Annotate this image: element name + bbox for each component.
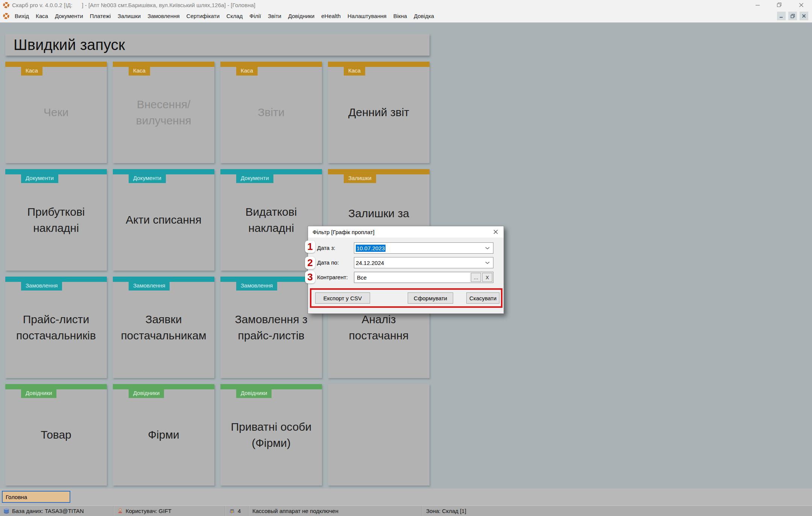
mdi-close-button[interactable] [800,12,808,20]
close-icon [493,229,498,235]
menu-item-dokumenty[interactable]: Документи [52,10,87,22]
tile-cheky[interactable]: Каса Чеки [5,62,107,163]
tile-prybutkovi-nakladni[interactable]: Документи Прибуткові накладні [5,169,107,271]
counterparty-input[interactable]: Все [355,273,470,282]
date-from-label: Дата з: [317,242,335,254]
mdi-restore-button[interactable] [788,12,797,20]
minimize-icon [779,14,783,18]
menu-item-dovidnyky[interactable]: Довідники [285,10,318,22]
quick-launch-header: Швидкий запуск [5,34,430,56]
page-title: Швидкий запуск [14,36,125,53]
tile-label: Денний звіт [328,62,430,163]
menu-item-filii[interactable]: Філії [246,10,264,22]
status-zone-section: Зона: Склад [1] [423,506,812,516]
status-zone-text: Зона: Склад [1] [426,508,466,514]
status-cash-register-text: Кассовый аппарат не подключен [252,508,338,514]
export-csv-button[interactable]: Експорт у CSV [315,292,370,304]
tile-firmy[interactable]: Довідники Фірми [113,384,214,486]
tile-dennyi-zvit[interactable]: Каса Денний звіт [328,62,430,163]
date-from-value: 10.07.2023 [356,245,386,252]
status-device-count-section: 4 [226,506,248,516]
tile-label: Заявки постачальникам [113,277,214,378]
status-cash-register-section: Кассовый аппарат не подключен [249,506,422,516]
close-icon [802,14,806,18]
status-user-section: Користувач: GIFT [114,506,225,516]
menu-bar: Вихід Каса Документи Платежі Залишки Зам… [0,10,812,23]
tile-label: Прибуткові накладні [5,169,107,271]
status-bar: База даних: TASA3@TITAN Користувач: GIFT… [0,505,812,516]
menu-item-nalashtuvannia[interactable]: Налаштування [344,10,390,22]
tile-vydatkovi-nakladni[interactable]: Документи Видаткові накладні [220,169,322,271]
minimize-icon [755,3,760,8]
chevron-down-icon[interactable] [485,247,490,250]
window-title: Скарб pro v. 4.0.0.2 [ІД: ] - [Апт №003 … [12,2,255,8]
menu-item-zalyshky[interactable]: Залишки [114,10,144,22]
window-close-button[interactable] [790,0,812,10]
tile-label: Видаткові накладні [220,169,322,271]
tab-holovna[interactable]: Головна [2,491,70,503]
menu-item-zamovlennia[interactable]: Замовлення [144,10,183,22]
status-user-text: Користувач: GIFT [126,508,172,514]
menu-item-zvity[interactable]: Звіти [264,10,285,22]
close-icon [799,3,804,8]
menu-item-platezhi[interactable]: Платежі [87,10,114,22]
tile-akty-spysannia[interactable]: Документи Акти списання [113,169,214,271]
tile-pryvatni-osoby[interactable]: Довідники Приватні особи (Фірми) [220,384,322,486]
database-icon [3,508,9,514]
menu-item-vikna[interactable]: Вікна [390,10,411,22]
status-database-section: База даних: TASA3@TITAN [0,506,113,516]
cash-device-icon [229,508,235,514]
tile-price-lysty-postachalnykiv[interactable]: Замовлення Прайс-листи постачальників [5,277,107,378]
tile-label: Прайс-листи постачальників [5,277,107,378]
menu-item-sertyfikaty[interactable]: Сертифікати [183,10,223,22]
mdi-minimize-button[interactable] [777,12,786,20]
window-minimize-button[interactable] [747,0,768,10]
tile-zamovlennia-z-price-lystiv[interactable]: Замовлення Замовлення з прайс-листів [220,277,322,378]
tile-label: Звіти [220,62,322,163]
tile-label: Приватні особи (Фірми) [220,384,322,486]
dialog-close-button[interactable] [492,228,500,236]
tile-zaiavky-postachalnykam[interactable]: Замовлення Заявки постачальникам [113,277,214,378]
menu-item-kasa[interactable]: Каса [32,10,52,22]
main-content: Швидкий запуск Каса Чеки Каса Внесення/в… [0,23,812,489]
restore-icon [777,2,782,8]
date-to-value: 24.12.2024 [356,260,384,266]
annotation-marker-1: 1 [305,241,315,253]
date-to-label: Дата по: [317,257,339,268]
tile-label: Товар [5,384,107,486]
menu-item-dovidka[interactable]: Довідка [410,10,437,22]
generate-button[interactable]: Сформувати [408,292,453,304]
mdi-child-icon [3,13,9,19]
status-database-text: База даних: TASA3@TITAN [12,508,84,514]
annotation-marker-3: 3 [305,271,315,283]
tile-label: Внесення/вилучення [113,62,214,163]
tile-label: Акти списання [113,169,214,271]
menu-item-ehealth[interactable]: eHealth [318,10,344,22]
tile-empty [328,384,430,486]
menu-item-vykhid[interactable]: Вихід [11,10,32,22]
menu-item-sklad[interactable]: Склад [223,10,246,22]
counterparty-browse-button[interactable]: … [471,273,481,282]
window-titlebar: Скарб pro v. 4.0.0.2 [ІД: ] - [Апт №003 … [0,0,812,10]
date-to-combobox[interactable]: 24.12.2024 [354,257,493,268]
tile-label: Замовлення з прайс-листів [220,277,322,378]
date-from-combobox[interactable]: 10.07.2023 [354,242,493,254]
tile-tovar[interactable]: Довідники Товар [5,384,107,486]
window-restore-button[interactable] [768,0,790,10]
tab-strip: Головна [0,489,812,505]
annotation-marker-2: 2 [305,257,315,269]
tile-label: Фірми [113,384,214,486]
tile-vnesennia-vyluchennia[interactable]: Каса Внесення/вилучення [113,62,214,163]
dialog-title: Фільтр [Графік проплат] [313,229,375,235]
status-device-count: 4 [238,508,241,514]
counterparty-field: Все … X [354,272,493,283]
cancel-button[interactable]: Скасувати [466,292,499,304]
chevron-down-icon[interactable] [485,262,490,264]
counterparty-clear-button[interactable]: X [482,273,492,282]
user-icon [117,508,123,514]
tile-zvity[interactable]: Каса Звіти [220,62,322,163]
restore-icon [791,14,795,18]
app-logo-icon [3,2,9,8]
counterparty-label: Контрагент: [317,272,348,283]
dialog-titlebar[interactable]: Фільтр [Графік проплат] [308,226,504,238]
